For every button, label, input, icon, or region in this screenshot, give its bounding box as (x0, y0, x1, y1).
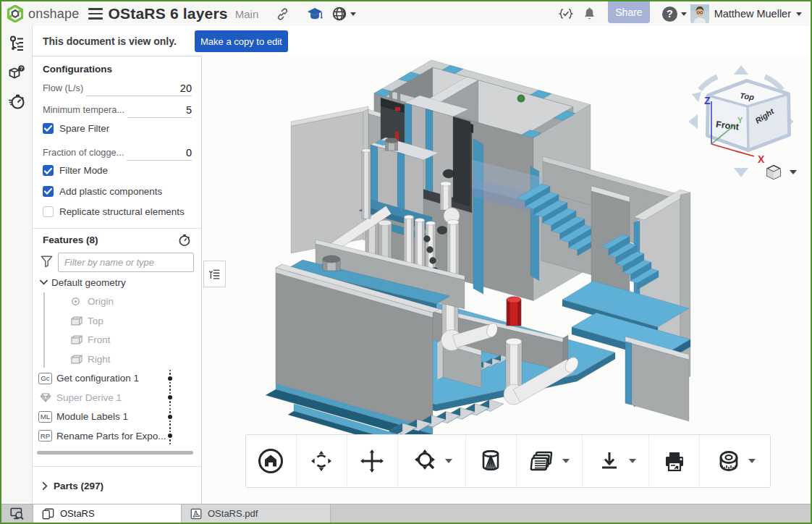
home-icon (256, 447, 285, 476)
orbit-icon (307, 447, 336, 476)
filter-row (33, 251, 201, 273)
print-icon (660, 447, 689, 476)
feature-row[interactable]: Super Derive 1 (33, 388, 201, 407)
view-toolbar (245, 434, 771, 488)
rail-where-used-button[interactable]: ? (8, 55, 25, 84)
config-input-value[interactable]: 0 (127, 147, 192, 161)
config-input-value[interactable]: 20 (86, 83, 192, 96)
config-input-label: Flow (L/s) (43, 83, 83, 96)
axis-y-label: Y (737, 116, 743, 124)
configurations-title: Configurations (43, 64, 201, 75)
tool-named-views[interactable] (517, 435, 583, 487)
onshape-logo-text[interactable]: onshape (28, 7, 79, 22)
features-title: Features (8) (43, 234, 98, 245)
config-input-row: Fraction of clogge...0 (33, 140, 201, 161)
display-mode-button[interactable] (765, 162, 808, 182)
plane-icon (71, 335, 83, 345)
derive-gem-icon (40, 393, 51, 402)
config-checkbox-row[interactable]: Spare Filter (33, 118, 201, 139)
checkbox-unchecked[interactable] (43, 206, 54, 217)
feature-dots-handle[interactable] (168, 426, 172, 445)
filter-funnel-button[interactable] (41, 255, 53, 269)
tab-pdf[interactable]: OStaRS.pdf (182, 504, 331, 523)
feature-badge: RP (38, 430, 52, 441)
onshape-app-window: Top Front Right Z X Y onshape OStaRS 6 l… (0, 0, 812, 524)
display-mode-cube-icon (765, 164, 782, 181)
feature-badge: Gc (38, 373, 52, 384)
feature-dots-handle[interactable] (168, 388, 172, 407)
zoom-icon (411, 447, 440, 476)
tool-home[interactable] (246, 435, 297, 487)
tree-item[interactable]: Right (33, 350, 201, 369)
named-views-icon (528, 447, 557, 476)
features-timer-button[interactable] (177, 233, 191, 247)
feature-icon-wrap (38, 393, 52, 402)
feature-tree: Default geometry Origin Top Front Right … (33, 273, 201, 446)
tool-dropdown-caret[interactable] (629, 459, 636, 463)
user-name[interactable]: Matthew Mueller (714, 8, 791, 20)
config-input-label: Minimum tempera... (43, 104, 124, 118)
measure-icon (714, 447, 743, 476)
feature-row[interactable]: RP Rename Parts for Expo... (33, 426, 201, 446)
feature-list-toggle-button[interactable] (203, 261, 226, 287)
checkbox-checked[interactable] (43, 123, 54, 134)
main-menu-icon[interactable] (88, 8, 103, 20)
part-studio-tab-icon (42, 508, 54, 520)
tool-section-view[interactable] (466, 435, 517, 487)
panel-divider (33, 466, 201, 467)
tool-orbit[interactable] (297, 435, 347, 487)
make-copy-button[interactable]: Make a copy to edit (195, 30, 288, 52)
tool-dropdown-caret[interactable] (562, 459, 570, 463)
tab-manager-button[interactable] (1, 504, 33, 523)
export-icon (595, 447, 624, 476)
feature-list-toggle-icon (208, 268, 221, 280)
onshape-logo-icon (7, 5, 24, 22)
help-caret[interactable] (681, 12, 687, 16)
config-checkbox-row[interactable]: Filter Mode (33, 161, 201, 182)
tree-item[interactable]: Top (33, 311, 201, 331)
tool-dropdown-caret[interactable] (445, 459, 452, 463)
configuration-panel: Configurations Flow (L/s)20 Minimum temp… (33, 56, 202, 504)
tree-item[interactable]: Origin (33, 292, 201, 312)
globe-icon (332, 7, 347, 21)
display-mode-caret[interactable] (790, 170, 797, 174)
tool-export[interactable] (583, 435, 649, 487)
feature-row[interactable]: ML Module Labels 1 (33, 407, 201, 427)
feature-filter-input[interactable] (58, 253, 194, 272)
tool-print[interactable] (649, 435, 700, 487)
config-checkbox-row[interactable]: Add plastic components (33, 181, 201, 202)
tool-pan[interactable] (347, 435, 398, 487)
tool-measure[interactable] (700, 435, 770, 487)
tree-group-default-geometry[interactable]: Default geometry (33, 273, 201, 292)
config-input-value[interactable]: 5 (127, 104, 192, 118)
globe-caret[interactable] (350, 12, 356, 16)
feature-timer-icon (177, 233, 191, 247)
user-menu-caret[interactable] (796, 12, 802, 16)
topbar-right-group: Share ? Matthew Mueller (559, 1, 811, 26)
feature-dots-handle[interactable] (168, 407, 172, 426)
rail-versions-button[interactable] (8, 26, 25, 55)
checkbox-checked[interactable] (43, 165, 54, 176)
link-icon (276, 7, 289, 21)
feature-dots-handle[interactable] (168, 369, 172, 388)
feature-row[interactable]: Gc Get configuration 1 (33, 369, 201, 389)
document-title[interactable]: OStaRS 6 layers (108, 5, 227, 22)
tool-zoom[interactable] (398, 435, 466, 487)
tool-dropdown-caret[interactable] (748, 459, 756, 463)
chevron-down-icon (40, 279, 48, 285)
share-button[interactable]: Share (608, 1, 649, 23)
tree-twisty[interactable] (40, 482, 49, 490)
tab-part-studio[interactable]: OStaRS (33, 504, 182, 523)
rail-performance-button[interactable] (8, 84, 25, 113)
config-checkbox-row[interactable]: Replicate structural elements (33, 202, 201, 223)
workspace-name[interactable]: Main (235, 8, 259, 20)
checkbox-checked[interactable] (43, 186, 54, 197)
horizontal-scrollbar[interactable] (37, 451, 193, 455)
tree-twisty[interactable] (39, 279, 48, 285)
chevron-right-icon (42, 482, 48, 490)
user-avatar (690, 4, 709, 23)
topbar-left-group: onshape OStaRS 6 layers Main (1, 1, 356, 26)
tree-item[interactable]: Front (33, 331, 201, 350)
feature-badge: ML (38, 411, 52, 423)
parts-section-header[interactable]: Parts (297) (33, 476, 201, 497)
